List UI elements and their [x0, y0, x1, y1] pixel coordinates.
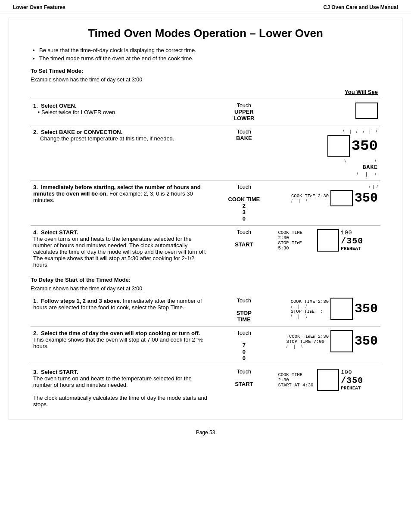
delay-step1-display-box [330, 298, 353, 320]
step3-num: 3. [33, 184, 38, 190]
delay-step1-touch-word: Touch [215, 298, 273, 304]
step-3-row: 3. Immediately before starting, select t… [31, 180, 380, 226]
delay-step3-body2: The clock automatically calculates the t… [33, 395, 207, 408]
delay-step2-body: This example shows that the oven will st… [33, 336, 203, 349]
delay2-cook-time: ⌞COOK TI𝐞E𝐞 2:30 [286, 333, 329, 339]
bullet-1: Be sure that the time-of-day clock is di… [39, 47, 380, 53]
delay-step3-display-box [317, 369, 339, 391]
delay3-start-at: START AT 4:30 [278, 383, 315, 388]
step4-display-box [317, 229, 339, 252]
page-number: Page 53 [196, 429, 215, 436]
set-timed-heading: To Set Timed Mode: [31, 68, 380, 74]
step-4-row: 4. Select START. The oven turns on and h… [31, 226, 380, 272]
delay-step3-touch-button: START [235, 381, 253, 387]
intro-bullets: Be sure that the time-of-day clock is di… [31, 47, 380, 62]
delay-example: Example shown has the time of day set at… [31, 286, 380, 292]
delay1-temp: 350 [355, 302, 378, 316]
step4-num: 4. [33, 229, 38, 236]
step2-touch-button: BAKE [236, 135, 252, 141]
delay-step3-num: 3. [33, 369, 38, 375]
step2-bake-label: BAKE [363, 164, 378, 171]
delay2-temp: 350 [355, 334, 378, 348]
step4-display: COOK TIME 2:30 STOP TI𝐞E 5:30 100 /350 P… [278, 229, 378, 252]
delay-step3-touch-word: Touch [215, 369, 273, 375]
delay-section: To Delay the Start of the Timed Mode: Ex… [31, 277, 380, 411]
step1-display [278, 103, 378, 119]
delay-step1-title: Follow steps 1, 2 and 3 above. [41, 298, 121, 304]
step1-touch-word: Touch [215, 103, 273, 109]
delay-step2-display: ⌞COOK TI𝐞E𝐞 2:30 STOP TIME 7:00 / | \ 35… [278, 330, 378, 352]
step2-title: Select BAKE or CONVECTION. [41, 129, 122, 135]
step2-display: \ | / \ | / 350 \ / BAKE / | \ [278, 129, 378, 177]
delay2-stop-time: STOP TIME 7:00 [286, 339, 329, 344]
step-1-row: 1. Select OVEN. • Select twice for LOWER… [31, 99, 380, 125]
step2-touch-word: Touch [215, 129, 273, 135]
step4-temp-display: 100 /350 [341, 230, 378, 246]
delay-step3-title: Select START. [41, 369, 78, 375]
step4-cook-time: COOK TIME 2:30 [278, 230, 315, 240]
step4-preheat: PREHEAT [341, 246, 361, 251]
delay-heading: To Delay the Start of the Timed Mode: [31, 277, 380, 283]
main-content: Timed Oven Modes Operation – Lower Oven … [9, 18, 402, 420]
delay1-stop-time: STOP TI𝐞E : [291, 309, 329, 314]
step4-title: Select START. [41, 229, 78, 236]
bullet-2: The timed mode turns off the oven at the… [39, 55, 380, 62]
delay-step-2-row: 2. Select the time of day the oven will … [31, 327, 380, 365]
step4-stop-time: STOP TI𝐞E 5:30 [278, 240, 315, 251]
page-footer: Page 53 [0, 424, 411, 441]
step4-touch-word: Touch [215, 229, 273, 235]
step3-cook-time-label: COOK TI𝐞E 2:30 [291, 193, 329, 199]
delay-step1-num: 1. [33, 298, 38, 304]
you-will-see-label: You Will See [278, 89, 378, 95]
step2-body: Change the preset temperature at this ti… [33, 135, 174, 142]
delay1-cook-time: COOK TIME 2:30 [291, 299, 329, 304]
delay-step2-display-box [330, 330, 353, 352]
delay-step2-title: Select the time of day the oven will sto… [41, 330, 200, 336]
step1-display-box [355, 103, 378, 119]
delay-step-1-row: 1. Follow steps 1, 2 and 3 above. Immedi… [31, 294, 380, 327]
delay-step2-num: 2. [33, 330, 38, 336]
delay-step3-body1: The oven turns on and heats to the tempe… [33, 375, 192, 388]
delay-step2-touch-word: Touch [215, 330, 273, 336]
header-left: Lower Oven Features [13, 4, 65, 10]
step3-touch-word: Touch [215, 184, 273, 190]
step1-touch-button: UPPERLOWER [234, 109, 254, 121]
step4-touch-button: START [235, 241, 253, 248]
delay-step1-touch-button: STOPTIME [237, 310, 252, 323]
set-timed-example: Example shown has the time of day set at… [31, 77, 380, 83]
step1-num: 1. [33, 103, 38, 109]
step3-touch-button: COOK TIME230 [228, 196, 260, 222]
delay-step1-display: COOK TIME 2:30 \ | / STOP TI𝐞E : / | \ 3… [278, 298, 378, 320]
step2-temp: 350 [352, 138, 378, 154]
header-right: CJ Oven Care and Use Manual [324, 4, 398, 10]
page-header: Lower Oven Features CJ Oven Care and Use… [0, 0, 411, 13]
step3-display-box [330, 190, 353, 206]
delay3-preheat: PREHEAT [341, 386, 361, 391]
step-2-row: 2. Select BAKE or CONVECTION. Change the… [31, 125, 380, 180]
delay-step2-touch-button: 700 [243, 342, 246, 361]
step3-temp: 350 [355, 191, 378, 205]
step4-body: The oven turns on and heats to the tempe… [33, 236, 206, 268]
delay3-temp-display: 100 /350 [341, 369, 378, 386]
step1-body: Select twice for LOWER oven. [41, 109, 117, 115]
page-title: Timed Oven Modes Operation – Lower Oven [31, 27, 380, 40]
step3-display: \ | / COOK TI𝐞E 2:30 / | \ 350 [278, 184, 378, 206]
step2-num: 2. [33, 129, 38, 135]
delay-step-3-row: 3. Select START. The oven turns on and h… [31, 365, 380, 411]
step2-display-box [327, 135, 350, 157]
delay-step3-display: COOK TIME 2:30 START AT 4:30 100 /350 PR… [278, 369, 378, 391]
delay3-cook-time: COOK TIME 2:30 [278, 372, 315, 383]
table-header-row: You Will See [31, 85, 380, 99]
step1-title: Select OVEN. [41, 103, 76, 109]
delay-table: 1. Follow steps 1, 2 and 3 above. Immedi… [31, 294, 380, 411]
set-timed-table: You Will See 1. Select OVEN. • Select tw… [31, 85, 380, 271]
